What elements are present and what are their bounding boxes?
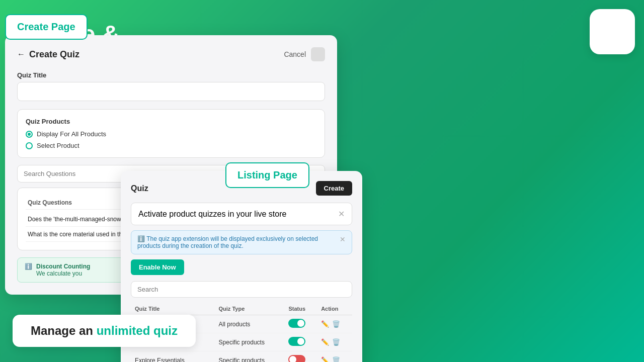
row-quiz-type: Specific products — [215, 351, 285, 363]
bottom-banner: Manage an unlimited quiz — [13, 315, 196, 347]
toggle-on[interactable] — [288, 319, 305, 328]
listing-table-head: Quiz Title Quiz Type Status Action — [131, 303, 352, 315]
row-quiz-type: All products — [215, 315, 285, 333]
quiz-title-label: Quiz Title — [17, 71, 325, 79]
app-icon: 💬 — [590, 9, 635, 54]
quiz-products-label: Quiz Products — [26, 118, 316, 125]
panel-title: ← Create Quiz — [17, 49, 79, 60]
radio-dot-select — [26, 142, 33, 149]
enable-now-button[interactable]: Enable Now — [131, 259, 184, 275]
row-actions: ✏️🗑️ — [317, 333, 352, 351]
radio-select-product[interactable]: Select Product — [26, 142, 316, 149]
listing-panel-title: Quiz — [131, 184, 148, 193]
save-icon[interactable] — [311, 47, 325, 61]
quiz-products-section: Quiz Products Display For All Products S… — [17, 109, 325, 158]
toggle-on[interactable] — [288, 337, 305, 346]
radio-group: Display For All Products Select Product — [26, 130, 316, 149]
close-activate-icon[interactable]: ✕ — [338, 209, 345, 219]
col-quiz-title: Quiz Title — [131, 303, 215, 315]
radio-dot-all — [26, 131, 33, 138]
quiz-title-input[interactable] — [17, 82, 325, 101]
row-action-icons: ✏️🗑️ — [321, 356, 348, 362]
toggle-off[interactable] — [288, 355, 305, 362]
col-status: Status — [284, 303, 317, 315]
cancel-button[interactable]: Cancel — [284, 50, 306, 58]
back-arrow-icon[interactable]: ← — [17, 50, 25, 59]
svg-rect-1 — [599, 19, 625, 45]
panel-header: ← Create Quiz Cancel — [17, 47, 325, 61]
edit-icon[interactable]: ✏️ — [321, 356, 329, 362]
delete-icon[interactable]: 🗑️ — [332, 320, 340, 328]
create-page-tab[interactable]: Create Page — [5, 14, 88, 40]
col-quiz-type: Quiz Type — [215, 303, 285, 315]
activate-label: Activate product quizzes in your live st… — [138, 210, 286, 219]
info-banner-icon: ℹ️ — [137, 235, 146, 242]
listing-create-button[interactable]: Create — [316, 181, 352, 196]
listing-search-input[interactable] — [131, 281, 352, 298]
row-action-icons: ✏️🗑️ — [321, 338, 348, 346]
row-status — [284, 333, 317, 351]
close-info-banner[interactable]: ✕ — [340, 235, 346, 243]
edit-icon[interactable]: ✏️ — [321, 338, 329, 346]
row-actions: ✏️🗑️ — [317, 351, 352, 363]
listing-page-tab[interactable]: Listing Page — [225, 162, 309, 188]
row-quiz-title: Explore Essentials — [131, 351, 215, 363]
row-status — [284, 315, 317, 333]
col-action: Action — [317, 303, 352, 315]
delete-icon[interactable]: 🗑️ — [332, 356, 340, 362]
row-action-icons: ✏️🗑️ — [321, 320, 348, 328]
table-row: Explore EssentialsSpecific products✏️🗑️ — [131, 351, 352, 363]
delete-icon[interactable]: 🗑️ — [332, 338, 340, 346]
activate-bar: Activate product quizzes in your live st… — [131, 203, 352, 225]
info-icon: ℹ️ — [25, 263, 32, 270]
info-banner: ℹ️ The quiz app extension will be displa… — [131, 230, 352, 254]
row-quiz-type: Specific products — [215, 333, 285, 351]
row-status — [284, 351, 317, 363]
row-actions: ✏️🗑️ — [317, 315, 352, 333]
edit-icon[interactable]: ✏️ — [321, 320, 329, 328]
radio-all-products[interactable]: Display For All Products — [26, 130, 316, 138]
